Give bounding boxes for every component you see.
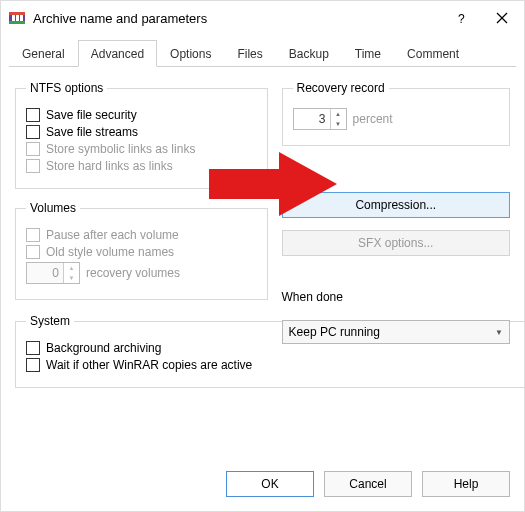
- recovery-group: Recovery record ▲▼ percent: [282, 81, 510, 146]
- recovery-percent-input[interactable]: [294, 109, 330, 129]
- spin-down-icon[interactable]: ▼: [331, 119, 346, 129]
- when-done-select[interactable]: Keep PC running ▼: [282, 320, 510, 344]
- tab-general[interactable]: General: [9, 40, 78, 67]
- chk-oldstyle: [26, 245, 40, 259]
- tab-comment[interactable]: Comment: [394, 40, 472, 67]
- lbl-hardlinks: Store hard links as links: [46, 159, 173, 173]
- chk-background[interactable]: [26, 341, 40, 355]
- chevron-down-icon: ▼: [495, 328, 503, 337]
- chk-pause-volume: [26, 228, 40, 242]
- compression-button[interactable]: Compression...: [282, 192, 510, 218]
- sfx-options-button: SFX options...: [282, 230, 510, 256]
- lbl-oldstyle: Old style volume names: [46, 245, 174, 259]
- tab-content: NTFS options Save file security Save fil…: [1, 67, 524, 461]
- svg-rect-5: [20, 15, 23, 21]
- ntfs-group: NTFS options Save file security Save fil…: [15, 81, 268, 189]
- spin-up-icon: ▲: [64, 263, 79, 273]
- spin-up-icon[interactable]: ▲: [331, 109, 346, 119]
- chk-symlinks: [26, 142, 40, 156]
- app-icon: [9, 10, 25, 26]
- when-done-label: When done: [282, 290, 510, 304]
- svg-rect-1: [9, 12, 25, 15]
- lbl-pause-volume: Pause after each volume: [46, 228, 179, 242]
- lbl-save-security[interactable]: Save file security: [46, 108, 137, 122]
- lbl-save-streams[interactable]: Save file streams: [46, 125, 138, 139]
- recovery-legend: Recovery record: [293, 81, 389, 95]
- chk-hardlinks: [26, 159, 40, 173]
- spin-down-icon: ▼: [64, 273, 79, 283]
- tab-options[interactable]: Options: [157, 40, 224, 67]
- tab-advanced[interactable]: Advanced: [78, 40, 157, 67]
- lbl-recovery-volumes: recovery volumes: [86, 266, 180, 280]
- svg-rect-2: [9, 21, 25, 24]
- dialog-footer: OK Cancel Help: [1, 461, 524, 511]
- window-title: Archive name and parameters: [33, 11, 442, 26]
- ntfs-legend: NTFS options: [26, 81, 107, 95]
- tab-bar: General Advanced Options Files Backup Ti…: [9, 39, 516, 67]
- help-button[interactable]: ?: [442, 4, 482, 32]
- chk-save-security[interactable]: [26, 108, 40, 122]
- dialog-window: Archive name and parameters ? General Ad…: [0, 0, 525, 512]
- cancel-button[interactable]: Cancel: [324, 471, 412, 497]
- close-button[interactable]: [482, 4, 522, 32]
- titlebar: Archive name and parameters ?: [1, 1, 524, 35]
- lbl-symlinks: Store symbolic links as links: [46, 142, 195, 156]
- recovery-volumes-spinner: ▲▼: [26, 262, 80, 284]
- system-legend: System: [26, 314, 74, 328]
- svg-rect-4: [16, 15, 19, 21]
- svg-rect-3: [12, 15, 15, 21]
- svg-text:?: ?: [458, 12, 465, 25]
- lbl-wait[interactable]: Wait if other WinRAR copies are active: [46, 358, 252, 372]
- recovery-volumes-input: [27, 263, 63, 283]
- tab-files[interactable]: Files: [224, 40, 275, 67]
- volumes-group: Volumes Pause after each volume Old styl…: [15, 201, 268, 300]
- recovery-percent-spinner[interactable]: ▲▼: [293, 108, 347, 130]
- lbl-background[interactable]: Background archiving: [46, 341, 161, 355]
- volumes-legend: Volumes: [26, 201, 80, 215]
- chk-wait[interactable]: [26, 358, 40, 372]
- tab-time[interactable]: Time: [342, 40, 394, 67]
- help-footer-button[interactable]: Help: [422, 471, 510, 497]
- tab-backup[interactable]: Backup: [276, 40, 342, 67]
- when-done-value: Keep PC running: [289, 325, 380, 339]
- chk-save-streams[interactable]: [26, 125, 40, 139]
- lbl-percent: percent: [353, 112, 393, 126]
- ok-button[interactable]: OK: [226, 471, 314, 497]
